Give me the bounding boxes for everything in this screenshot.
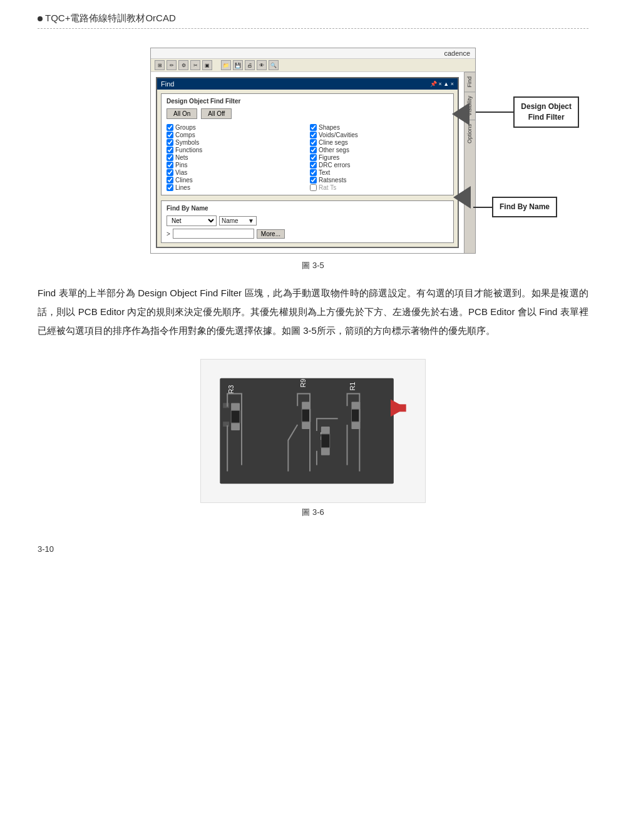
page-header-title: TQC+電路佈線特訓教材OrCAD <box>45 13 176 24</box>
toolbar-icon-2: ✏ <box>167 60 177 70</box>
find-by-name-prompt: > <box>167 231 170 237</box>
page-number: 3-10 <box>38 544 54 554</box>
filter-item-figures: Figures <box>310 154 448 161</box>
figure35-wrapper: cadence ⊞ ✏ ⚙ ✂ ▣ 📁 💾 🖨 👁 🔍 <box>150 48 476 254</box>
toolbar-icon-10: 🔍 <box>269 60 279 70</box>
filter-section-title: Design Object Find Filter <box>167 98 448 105</box>
main-paragraph: Find 表單的上半部分為 Design Object Find Filter … <box>38 284 588 340</box>
filter-grid: Groups Shapes Comps Voids/Cavities Symbo… <box>167 124 448 191</box>
find-by-name-row2: > More... <box>167 229 448 239</box>
filter-item-voids: Voids/Cavities <box>310 132 448 138</box>
cadence-bar: cadence <box>151 48 475 59</box>
svg-rect-6 <box>231 410 240 423</box>
find-dialog-body: Design Object Find Filter All On All Off… <box>157 90 458 247</box>
filter-item-functions: Functions <box>167 147 305 153</box>
find-by-name-input[interactable] <box>173 229 254 239</box>
svg-text:R3: R3 <box>227 385 235 394</box>
findbyname-arrow <box>453 186 471 211</box>
findbyname-arrow-shape <box>453 186 471 209</box>
filter-item-groups: Groups <box>167 124 305 131</box>
filter-item-shapes: Shapes <box>310 124 448 131</box>
filter-annotation: Design Object Find Filter <box>476 96 579 128</box>
find-dialog-pin: 📌 × ▲ × <box>430 81 454 87</box>
toolbar-icon-3: ⚙ <box>178 60 188 70</box>
toolbar-icon-9: 👁 <box>257 60 267 70</box>
pcb-svg: R3 R9 R2 R1 <box>200 359 426 503</box>
side-tabs: Find Visibility Options <box>464 72 475 253</box>
filter-item-othersegs: Other segs <box>310 147 448 153</box>
filter-item-ratsnests: Ratsnests <box>310 177 448 184</box>
all-on-button[interactable]: All On <box>167 108 197 119</box>
findbyname-annotation: Find By Name <box>473 197 557 217</box>
toolbar-icon-8: 🖨 <box>245 60 255 70</box>
find-by-name-select[interactable]: Net <box>167 215 217 226</box>
cadence-label: cadence <box>444 49 470 57</box>
svg-text:R1: R1 <box>349 382 356 391</box>
findbyname-label: Find By Name <box>500 202 550 211</box>
filter-item-vias: Vias <box>167 169 305 176</box>
filter-section: Design Object Find Filter All On All Off… <box>161 93 454 195</box>
filter-item-text: Text <box>310 169 448 176</box>
window-chrome: cadence ⊞ ✏ ⚙ ✂ ▣ 📁 💾 🖨 👁 🔍 <box>150 48 476 254</box>
find-by-name-name: Name▼ <box>219 216 257 226</box>
toolbar-area: ⊞ ✏ ⚙ ✂ ▣ 📁 💾 🖨 👁 🔍 <box>151 59 475 72</box>
more-button[interactable]: More... <box>257 229 285 239</box>
toolbar-icon-1: ⊞ <box>155 60 165 70</box>
findbyname-line <box>473 207 492 208</box>
findbyname-annotation-box: Find By Name <box>492 197 557 217</box>
filter-item-clines: Clines <box>167 177 305 184</box>
page-footer: 3-10 <box>38 543 588 554</box>
filter-item-drc: DRC errors <box>310 162 448 169</box>
svg-rect-10 <box>302 409 310 422</box>
find-by-name-section: Find By Name Net Name▼ > <box>161 200 454 243</box>
main-content-area: Find 📌 × ▲ × Design Object Find Filter A… <box>151 72 475 253</box>
find-by-name-title: Find By Name <box>167 205 448 212</box>
filter-item-pins: Pins <box>167 162 305 169</box>
annotation-line1 <box>476 111 513 113</box>
side-tab-find[interactable]: Find <box>464 72 475 91</box>
figure36-container: R3 R9 R2 R1 <box>38 359 588 518</box>
svg-rect-3 <box>223 403 229 408</box>
svg-rect-14 <box>321 434 330 448</box>
filter-item-nets: Nets <box>167 154 305 161</box>
filter-item-lines: Lines <box>167 184 305 191</box>
filter-arrow-shape <box>452 103 470 125</box>
header-dot <box>38 16 43 21</box>
svg-rect-5 <box>223 422 229 427</box>
filter-item-ratts: Rat Ts <box>310 184 448 191</box>
toolbar-icon-6: 📁 <box>221 60 231 70</box>
figure35-container: cadence ⊞ ✏ ⚙ ✂ ▣ 📁 💾 🖨 👁 🔍 <box>38 48 588 254</box>
toolbar-icon-7: 💾 <box>233 60 243 70</box>
svg-rect-18 <box>351 409 360 422</box>
svg-text:R9: R9 <box>299 379 307 388</box>
page-header: TQC+電路佈線特訓教材OrCAD <box>38 13 588 29</box>
toolbar-icon-5: ▣ <box>202 60 212 70</box>
filter-buttons: All On All Off <box>167 108 448 119</box>
filter-item-comps: Comps <box>167 132 305 138</box>
all-off-button[interactable]: All Off <box>201 108 232 119</box>
svg-rect-20 <box>391 404 406 412</box>
find-by-name-row1: Net Name▼ <box>167 215 448 226</box>
filter-arrow <box>452 103 470 128</box>
find-dialog-title-label: Find <box>161 80 174 88</box>
toolbar-icon-4: ✂ <box>190 60 200 70</box>
figure35-caption: 圖 3-5 <box>38 260 588 271</box>
find-dialog: Find 📌 × ▲ × Design Object Find Filter A… <box>156 77 459 248</box>
filter-annotation-box: Design Object Find Filter <box>513 96 579 128</box>
filter-item-clinesegs: Cline segs <box>310 139 448 146</box>
filter-item-symbols: Symbols <box>167 139 305 146</box>
find-dialog-title: Find 📌 × ▲ × <box>157 78 458 90</box>
figure36-wrapper: R3 R9 R2 R1 <box>200 359 426 518</box>
figure36-caption: 圖 3-6 <box>302 507 324 518</box>
